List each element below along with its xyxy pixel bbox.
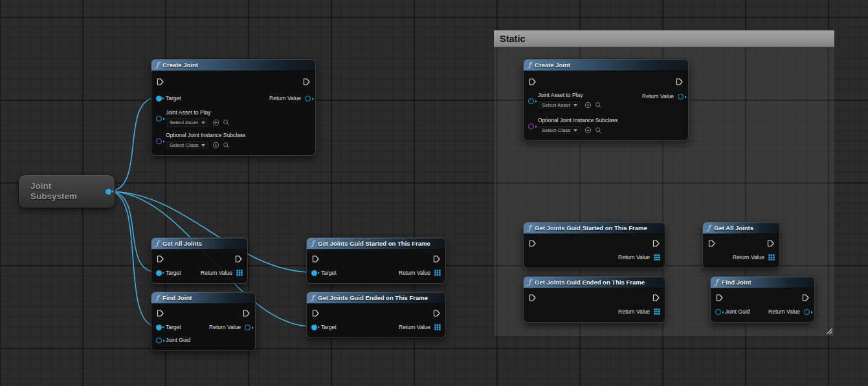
- function-icon: ƒ: [156, 294, 159, 301]
- return-value-pin[interactable]: [678, 94, 684, 100]
- node-header[interactable]: ƒ Get Joints Guid Started on This Frame: [307, 238, 445, 250]
- node-get-joints-guid-started-static[interactable]: ƒ Get Joints Guid Started on This Frame …: [523, 222, 665, 268]
- exec-out-pin[interactable]: [302, 78, 311, 86]
- exec-in-pin[interactable]: [528, 78, 537, 86]
- joint-guid-pin[interactable]: [156, 338, 162, 343]
- node-get-all-joints[interactable]: ƒ Get All Joints Target Return Value: [151, 237, 248, 284]
- joint-asset-pin-label: Joint Asset to Play: [538, 92, 602, 98]
- return-value-pin-label: Return Value: [209, 324, 241, 330]
- target-pin[interactable]: [156, 270, 162, 276]
- node-get-joints-guid-ended-static[interactable]: ƒ Get Joints Guid Ended on This Frame Re…: [523, 276, 665, 323]
- exec-in-pin[interactable]: [528, 239, 537, 248]
- exec-in-pin[interactable]: [715, 294, 724, 302]
- comment-header[interactable]: Static: [494, 30, 834, 47]
- exec-row: [151, 251, 247, 266]
- node-header[interactable]: ƒ Create Joint: [151, 59, 315, 71]
- node-find-joint-static[interactable]: ƒ Find Joint Joint Guid Return Value: [710, 276, 815, 323]
- return-value-array-pin[interactable]: [236, 270, 243, 276]
- node-get-joints-guid-started[interactable]: ƒ Get Joints Guid Started on This Frame …: [306, 237, 446, 284]
- node-title: Find Joint: [162, 294, 192, 301]
- exec-out-pin[interactable]: [652, 294, 660, 302]
- target-pin-label: Target: [321, 270, 337, 276]
- subclass-pin[interactable]: [156, 138, 162, 144]
- node-title: Create Joint: [162, 61, 198, 69]
- pin-row: Target Return Value: [151, 321, 255, 334]
- node-header[interactable]: ƒ Find Joint: [711, 277, 814, 288]
- resize-handle[interactable]: [825, 327, 833, 335]
- return-value-pin-label: Return Value: [618, 308, 650, 315]
- exec-in-pin[interactable]: [156, 309, 164, 317]
- node-create-joint-static[interactable]: ƒ Create Joint Joint Asset to Play Selec…: [523, 59, 689, 141]
- return-value-array-pin[interactable]: [768, 254, 775, 261]
- node-header[interactable]: ƒ Get Joints Guid Started on This Frame: [524, 222, 665, 234]
- return-value-pin[interactable]: [245, 325, 250, 330]
- function-icon: ƒ: [528, 279, 531, 286]
- exec-in-pin[interactable]: [156, 255, 164, 263]
- circle-plus-icon[interactable]: [584, 102, 592, 109]
- subsystem-output-pin[interactable]: [106, 189, 111, 195]
- node-header[interactable]: ƒ Find Joint: [151, 292, 255, 304]
- node-header[interactable]: ƒ Get All Joints: [703, 222, 779, 234]
- node-joint-subsystem[interactable]: Joint Subsystem: [18, 175, 115, 208]
- target-pin[interactable]: [311, 270, 317, 276]
- circle-plus-icon[interactable]: [584, 127, 592, 134]
- node-header[interactable]: ƒ Get Joints Guid Ended on This Frame: [524, 277, 665, 288]
- exec-in-pin[interactable]: [311, 309, 320, 317]
- return-value-array-pin[interactable]: [434, 324, 441, 330]
- exec-in-pin[interactable]: [311, 255, 320, 263]
- exec-row: [151, 72, 315, 91]
- return-value-pin[interactable]: [804, 309, 810, 315]
- exec-row: [307, 251, 445, 266]
- subclass-property: Optional Joint Instance Subclass Select …: [151, 131, 315, 151]
- exec-out-pin[interactable]: [675, 78, 684, 86]
- subclass-pin[interactable]: [528, 123, 534, 129]
- select-asset-label: Select Asset: [542, 102, 570, 108]
- node-find-joint[interactable]: ƒ Find Joint Target Return Value: [151, 292, 256, 351]
- node-header[interactable]: ƒ Create Joint: [524, 59, 688, 71]
- return-value-array-pin[interactable]: [654, 254, 660, 261]
- select-asset-dropdown[interactable]: Select Asset: [538, 100, 581, 110]
- node-title: Create Joint: [535, 61, 570, 69]
- node-create-joint[interactable]: ƒ Create Joint Target Return Value: [151, 59, 316, 156]
- exec-in-pin[interactable]: [707, 239, 716, 248]
- search-icon[interactable]: [595, 102, 602, 109]
- exec-out-pin[interactable]: [234, 255, 243, 263]
- exec-out-pin[interactable]: [766, 239, 775, 248]
- chevron-down-icon: [573, 129, 577, 132]
- node-get-joints-guid-ended[interactable]: ƒ Get Joints Guid Ended on This Frame Ta…: [306, 292, 446, 338]
- return-value-array-pin[interactable]: [654, 308, 660, 315]
- exec-out-pin[interactable]: [801, 294, 810, 302]
- exec-out-pin[interactable]: [652, 239, 660, 248]
- joint-asset-pin[interactable]: [156, 116, 162, 122]
- circle-plus-icon[interactable]: [212, 119, 219, 126]
- select-class-dropdown[interactable]: Select Class: [538, 125, 581, 135]
- exec-out-pin[interactable]: [242, 309, 250, 317]
- blueprint-canvas[interactable]: Static Joint Subsystem ƒ Create Joint: [0, 0, 868, 386]
- circle-plus-icon[interactable]: [212, 142, 219, 149]
- search-icon[interactable]: [223, 142, 230, 149]
- pin-row: Target Return Value: [151, 266, 247, 279]
- select-class-dropdown[interactable]: Select Class: [166, 140, 209, 150]
- joint-guid-pin[interactable]: [715, 309, 721, 315]
- target-pin[interactable]: [156, 325, 162, 330]
- search-icon[interactable]: [595, 127, 602, 134]
- node-get-all-joints-static[interactable]: ƒ Get All Joints Return Value: [702, 222, 780, 268]
- exec-out-pin[interactable]: [432, 309, 441, 317]
- search-icon[interactable]: [223, 119, 230, 126]
- exec-in-pin[interactable]: [156, 78, 164, 86]
- exec-in-pin[interactable]: [528, 294, 537, 302]
- target-pin[interactable]: [311, 325, 317, 330]
- target-pin-label: Target: [321, 324, 337, 330]
- node-header[interactable]: ƒ Get All Joints: [151, 238, 247, 250]
- joint-asset-pin-label: Joint Asset to Play: [166, 109, 230, 116]
- target-pin[interactable]: [156, 96, 162, 102]
- pin-row: Target Return Value: [307, 321, 445, 334]
- joint-asset-pin[interactable]: [528, 98, 534, 104]
- joint-asset-property: Joint Asset to Play Select Asset: [151, 108, 315, 129]
- exec-out-pin[interactable]: [432, 255, 441, 263]
- return-value-array-pin[interactable]: [434, 270, 441, 276]
- node-header[interactable]: ƒ Get Joints Guid Ended on This Frame: [307, 292, 445, 304]
- select-asset-dropdown[interactable]: Select Asset: [166, 118, 209, 127]
- return-value-pin[interactable]: [305, 96, 311, 102]
- pin-row: Target Return Value: [151, 91, 315, 106]
